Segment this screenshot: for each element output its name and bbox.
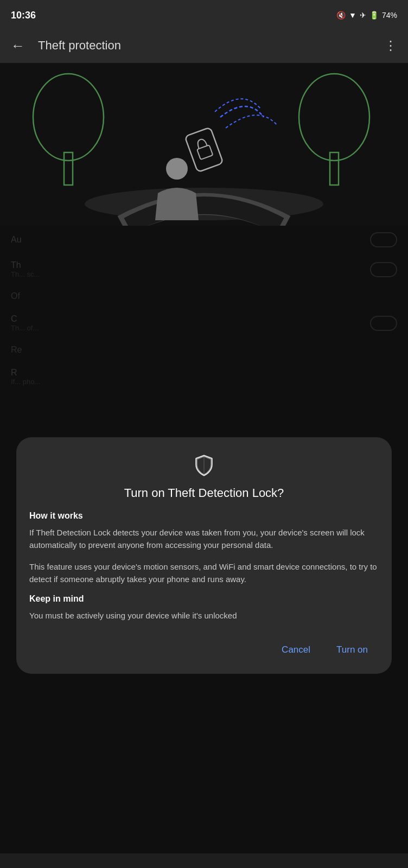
- background-content: Au Th Th... sc... Of C Th... of... Re R …: [0, 226, 408, 853]
- hero-illustration: [0, 63, 408, 226]
- modal-title: Turn on Theft Detection Lock?: [29, 486, 379, 500]
- bottom-section: Find & erase your device Use Find My Dev…: [0, 853, 408, 868]
- back-button[interactable]: ←: [9, 35, 27, 56]
- how-it-works-text1: If Theft Detection Lock detects your dev…: [29, 526, 379, 552]
- keep-in-mind-text: You must be actively using your device w…: [29, 609, 379, 622]
- wifi-icon: ▼: [349, 11, 356, 20]
- page-title: Theft protection: [27, 39, 382, 53]
- how-it-works-text2: This feature uses your device's motion s…: [29, 560, 379, 586]
- status-time: 10:36: [11, 10, 36, 21]
- hero-svg: [14, 63, 394, 226]
- modal-icon-area: [29, 454, 379, 477]
- battery-icon: 🔋: [369, 11, 379, 20]
- shield-icon: [192, 454, 216, 477]
- battery-percent: 74%: [382, 11, 397, 20]
- keep-in-mind-label: Keep in mind: [29, 594, 379, 604]
- modal-actions: Cancel Turn on: [29, 635, 379, 661]
- modal-dialog: Turn on Theft Detection Lock? How it wor…: [16, 437, 392, 674]
- how-it-works-label: How it works: [29, 511, 379, 521]
- more-options-button[interactable]: ⋮: [382, 36, 399, 55]
- svg-point-6: [166, 158, 188, 180]
- status-bar: 10:36 🔇 ▼ ✈ 🔋 74%: [0, 0, 408, 28]
- top-app-bar: ← Theft protection ⋮: [0, 28, 408, 63]
- mute-icon: 🔇: [336, 11, 346, 20]
- turn-on-button[interactable]: Turn on: [326, 639, 379, 661]
- airplane-icon: ✈: [360, 11, 366, 20]
- status-icons: 🔇 ▼ ✈ 🔋 74%: [336, 11, 397, 20]
- cancel-button[interactable]: Cancel: [271, 639, 321, 661]
